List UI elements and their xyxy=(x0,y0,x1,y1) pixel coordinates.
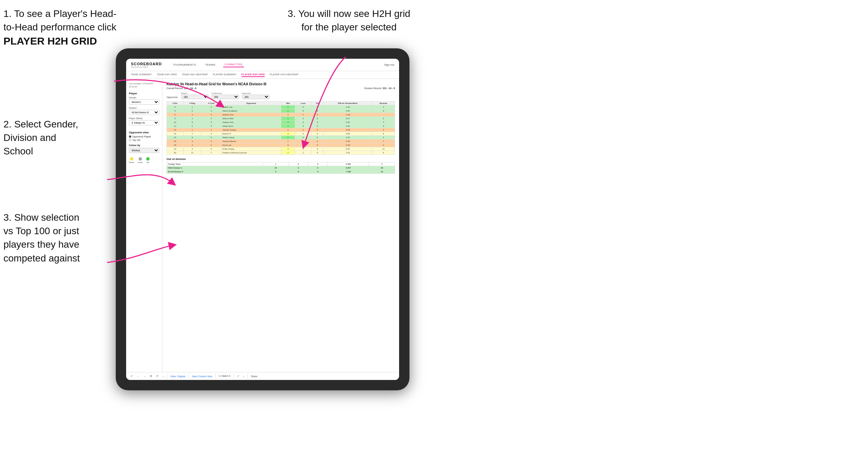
table-cell: 2 xyxy=(281,121,295,124)
sub-nav-player-summary[interactable]: PLAYER SUMMARY xyxy=(213,73,237,77)
table-cell: 1 xyxy=(281,109,295,113)
legend-label-up: Up xyxy=(147,161,149,163)
table-cell: 0 xyxy=(295,109,311,113)
instruction-mid-left: 2. Select Gender, Division and School xyxy=(3,117,111,158)
toolbar-undo[interactable]: ↩ xyxy=(130,374,134,378)
table-cell: 0 xyxy=(295,105,311,109)
toolbar-share-icon[interactable]: ↗ xyxy=(236,374,240,378)
toolbar-clock[interactable]: ○ xyxy=(161,375,165,378)
sidebar-player-rank-select[interactable]: 8. Katelyn Vo xyxy=(129,120,159,125)
toolbar-forward[interactable]: → xyxy=(142,375,147,378)
legend-label-down: Down xyxy=(129,161,134,163)
sidebar-colour-by-label: Colour by xyxy=(129,144,159,146)
instruction-bold: PLAYER H2H GRID xyxy=(3,35,97,47)
filter-row: Opponents: Region (All) Conference (All) xyxy=(167,92,395,99)
table-cell: 1.33 xyxy=(323,151,372,155)
region-select[interactable]: (All) xyxy=(181,95,209,99)
out-of-division-table: Foreign Team1004.5002NAIA Division 11500… xyxy=(167,162,395,174)
legend-up: Up xyxy=(146,157,150,163)
conference-select[interactable]: (All) xyxy=(211,95,239,99)
toolbar-sep4 xyxy=(234,374,234,379)
table-cell: 5 xyxy=(201,136,221,140)
sidebar: Last Updated: 27/03/2024 16:55:38 Player… xyxy=(126,79,162,372)
table-cell: 3.67 xyxy=(323,117,372,121)
table-cell: 0 xyxy=(295,121,311,124)
table-cell: 2 xyxy=(201,143,221,147)
out-of-division-title: Out of division xyxy=(167,158,395,161)
table-cell: 1 xyxy=(281,140,295,143)
sub-nav-player-h2h-grid[interactable]: PLAYER H2H GRID xyxy=(242,73,265,77)
instruction-mid-line2: Division and xyxy=(3,132,56,143)
nav-committee[interactable]: COMMITTEE xyxy=(223,62,244,67)
table-row: 522Alexis Sudjianto1004.003 xyxy=(167,109,395,113)
tablet-screen: SCOREBOARD Powered by clippd TOURNAMENTS… xyxy=(126,59,399,380)
toolbar-watch[interactable]: ⊙ Watch ▾ xyxy=(218,374,231,378)
table-cell: 4 xyxy=(201,140,221,143)
col-loss: Loss xyxy=(295,102,311,105)
sub-nav-team-h2h-heatmap[interactable]: TEAM H2H HEATMAP xyxy=(182,73,208,77)
toolbar-refresh[interactable]: ↺ xyxy=(155,374,159,378)
table-row: 1125Heejo Hyun1003.333 xyxy=(167,124,395,128)
table-cell: 6 xyxy=(183,121,201,124)
table-cell: 0 xyxy=(311,147,323,151)
table-row: 1946Emily Chang4100.3011 xyxy=(167,147,395,151)
legend-row: Down Level Up xyxy=(129,157,159,163)
nav-sign-out[interactable]: Sign out xyxy=(384,63,394,66)
table-cell: 1 xyxy=(201,128,221,132)
table-cell: 8 xyxy=(183,136,201,140)
table-cell: -5.00 xyxy=(323,143,372,147)
sidebar-colour-select[interactable]: Win/loss xyxy=(129,148,159,153)
table-cell: 3 xyxy=(201,121,221,124)
legend-dot-up xyxy=(146,157,150,161)
table-cell: 0 xyxy=(311,113,323,117)
table-cell: 0 xyxy=(289,170,308,174)
table-cell: 0.38 xyxy=(323,132,372,136)
instruction-bottom-left: 3. Show selection vs Top 100 or just pla… xyxy=(3,211,111,265)
table-cell: 0 xyxy=(281,143,295,147)
table-cell: 3 xyxy=(372,124,395,128)
col-opponent: Opponent xyxy=(221,102,281,105)
col-win: Win xyxy=(281,102,295,105)
table-cell: 11 xyxy=(372,147,395,151)
table-cell: Heejo Hyun xyxy=(221,124,281,128)
table-cell: 2 xyxy=(201,109,221,113)
instruction-bottom-line2: vs Top 100 or just xyxy=(3,226,79,236)
sub-nav-player-h2h-heatmap[interactable]: PLAYER H2H HEATMAP xyxy=(270,73,299,77)
toolbar-view-original[interactable]: View: Original xyxy=(169,375,186,378)
table-cell: 3 xyxy=(372,117,395,121)
table-cell: 2 xyxy=(183,109,201,113)
main-content: Last Updated: 27/03/2024 16:55:38 Player… xyxy=(126,79,399,372)
nav-teams[interactable]: TEAMS xyxy=(204,63,217,67)
table-cell: 0 xyxy=(311,140,323,143)
table-cell: 2 xyxy=(295,128,311,132)
sidebar-gender-select[interactable]: Women's xyxy=(129,99,159,105)
table-row: 633Sydney Kuo010-1.00 xyxy=(167,113,395,117)
table-cell: 1 xyxy=(281,136,295,140)
radio-opponents-played[interactable]: Opponents Played xyxy=(129,135,159,138)
table-cell: Stella Cheng xyxy=(221,136,281,140)
table-cell: 0 xyxy=(311,132,323,136)
logo-area: SCOREBOARD Powered by clippd xyxy=(131,62,162,68)
table-row: NAIA Division 115009.26730 xyxy=(167,166,395,170)
opponent-select[interactable]: (All) xyxy=(242,95,270,99)
col-tie: Tie xyxy=(311,102,323,105)
sidebar-division-select[interactable]: NCAA Division III xyxy=(129,110,159,115)
toolbar-grid[interactable]: ⊞ xyxy=(149,374,153,378)
table-cell: 0 xyxy=(308,166,328,170)
sub-nav-team-h2h-grid[interactable]: TEAM H2H GRID xyxy=(157,73,177,77)
nav-tournaments[interactable]: TOURNAMENTS xyxy=(171,63,197,67)
col-conf: # Conf xyxy=(201,102,221,105)
toolbar-resize[interactable]: ↕ xyxy=(242,375,246,378)
radio-top100[interactable]: Top 100 xyxy=(129,139,159,141)
toolbar-back[interactable]: ← xyxy=(136,375,140,378)
table-cell: 14 xyxy=(167,132,183,136)
logo-text: SCOREBOARD xyxy=(131,62,162,66)
instruction-mid-line3: School xyxy=(3,146,33,156)
toolbar-share[interactable]: Share xyxy=(250,375,258,378)
table-cell: 6 xyxy=(167,113,183,117)
instruction-bottom-line4: competed against xyxy=(3,253,80,264)
sub-nav-team-summary[interactable]: TEAM SUMMARY xyxy=(131,73,152,77)
sidebar-gender-label: Gender xyxy=(129,96,159,99)
toolbar-save-custom-view[interactable]: Save Custom View xyxy=(191,375,213,378)
table-cell: 0 xyxy=(311,128,323,132)
